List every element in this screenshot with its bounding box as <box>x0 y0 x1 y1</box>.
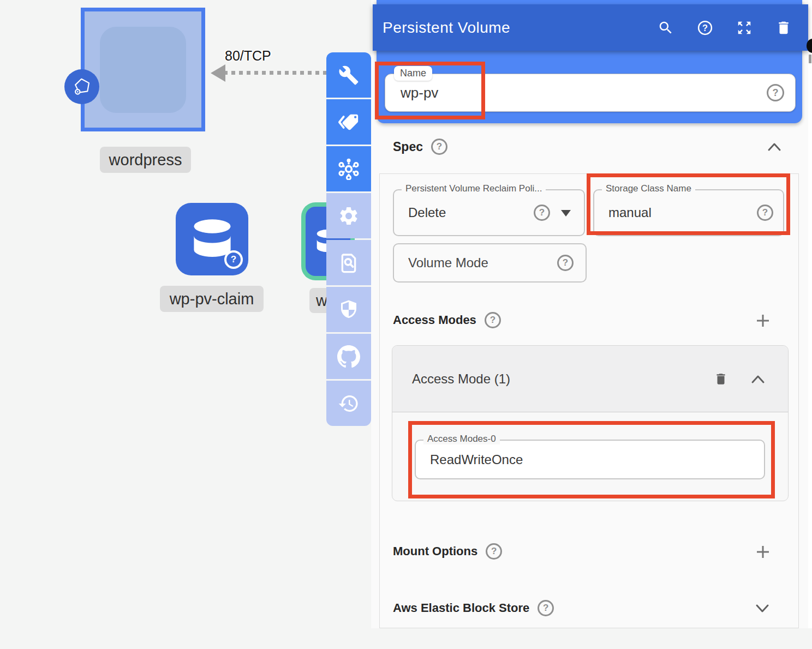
tag-icon <box>338 112 360 132</box>
question-glyph: ? <box>490 315 495 326</box>
aws-ebs-expand-chevron-icon[interactable] <box>755 603 769 613</box>
highlight-box-storage-class <box>587 173 790 235</box>
canvas-toolbar <box>326 52 371 426</box>
question-glyph: ? <box>539 207 545 218</box>
question-glyph: ? <box>773 87 779 99</box>
edge-arrowhead-icon <box>211 64 225 82</box>
gear-icon <box>338 205 360 227</box>
panel-scrollbar-track <box>808 0 812 628</box>
highlight-box-access-mode <box>408 421 775 498</box>
delete-access-mode-icon[interactable] <box>714 372 728 386</box>
toolbar-button-gear[interactable] <box>326 193 371 238</box>
toolbar-button-doc-search[interactable] <box>326 240 371 285</box>
aws-ebs-title: Aws Elastic Block Store <box>393 601 529 615</box>
mount-options-title: Mount Options <box>393 544 477 558</box>
add-access-mode-icon[interactable] <box>755 313 771 328</box>
panel-title: Persistent Volume <box>373 19 658 37</box>
wordpress-node-inner <box>100 27 186 113</box>
spec-title: Spec <box>393 140 423 154</box>
svg-text:?: ? <box>702 22 708 32</box>
panel-header: Persistent Volume ? <box>373 4 808 51</box>
edge-dotted-line <box>224 71 327 75</box>
reclaim-policy-help-icon[interactable]: ? <box>534 205 550 221</box>
access-mode-group-title: Access Mode (1) <box>392 371 714 387</box>
document-search-icon <box>338 252 360 274</box>
access-modes-header: Access Modes ? <box>393 312 501 328</box>
shield-icon <box>338 299 360 321</box>
add-mount-option-icon[interactable] <box>755 544 771 560</box>
panel-header-icons: ? <box>658 20 808 36</box>
history-icon <box>338 393 360 414</box>
toolbar-button-history[interactable] <box>326 381 371 426</box>
toolbar-button-wrench[interactable] <box>326 52 371 98</box>
reclaim-policy-label: Persistent Volume Reclaim Poli... <box>402 183 546 194</box>
highlight-box-name <box>375 62 485 119</box>
question-glyph: ? <box>563 257 568 268</box>
wp-pv-claim-node-label: wp-pv-claim <box>160 286 264 312</box>
question-glyph: ? <box>231 254 236 265</box>
dropdown-caret-icon[interactable] <box>561 210 571 217</box>
spec-help-icon[interactable]: ? <box>431 139 447 155</box>
mount-options-header: Mount Options ? <box>393 543 502 560</box>
hub-icon <box>338 158 360 180</box>
toolbar-button-tag[interactable] <box>326 99 371 145</box>
fullscreen-icon[interactable] <box>736 20 753 36</box>
volume-mode-label: Volume Mode <box>394 255 557 271</box>
panel-scrollbar-thumb[interactable] <box>809 55 811 63</box>
spec-collapse-chevron-icon[interactable] <box>767 142 781 152</box>
question-badge-icon: ? <box>224 250 243 269</box>
pod-pentagon-icon <box>64 69 99 104</box>
trash-icon[interactable] <box>775 20 792 36</box>
access-mode-group-header[interactable]: Access Mode (1) <box>392 346 788 412</box>
help-icon[interactable]: ? <box>697 20 713 36</box>
volume-mode-help-icon[interactable]: ? <box>557 255 574 271</box>
question-glyph: ? <box>543 603 548 614</box>
aws-ebs-header: Aws Elastic Block Store ? <box>393 600 554 616</box>
aws-ebs-help-icon[interactable]: ? <box>538 600 554 616</box>
wordpress-node[interactable] <box>81 8 205 131</box>
question-glyph: ? <box>437 141 442 152</box>
wp-pv-claim-label-text: wp-pv-claim <box>170 290 254 308</box>
access-group-icons <box>714 372 788 386</box>
wrench-icon <box>338 65 359 86</box>
access-modes-title: Access Modes <box>393 313 476 327</box>
reclaim-policy-select[interactable]: Persistent Volume Reclaim Poli... Delete… <box>393 189 585 236</box>
github-icon <box>337 345 360 368</box>
toolbar-button-github[interactable] <box>326 334 371 379</box>
question-glyph: ? <box>491 546 497 557</box>
edge-port-label: 80/TCP <box>225 48 271 64</box>
toolbar-button-hub[interactable] <box>326 146 371 191</box>
volume-mode-input[interactable]: Volume Mode ? <box>393 243 587 283</box>
search-icon[interactable] <box>658 20 674 36</box>
reclaim-policy-value: Delete <box>408 205 446 220</box>
mount-options-help-icon[interactable]: ? <box>486 543 502 560</box>
wordpress-node-label: wordpress <box>100 147 191 173</box>
wordpress-label-text: wordpress <box>109 151 182 169</box>
name-help-icon[interactable]: ? <box>767 84 784 101</box>
wp-pv-claim-node[interactable]: ? <box>176 203 248 275</box>
access-collapse-chevron-icon[interactable] <box>751 374 765 384</box>
partial-label-text: w <box>316 292 327 310</box>
toolbar-button-shield[interactable] <box>326 287 371 332</box>
access-modes-help-icon[interactable]: ? <box>485 312 501 328</box>
spec-section-header: Spec ? <box>393 139 447 155</box>
